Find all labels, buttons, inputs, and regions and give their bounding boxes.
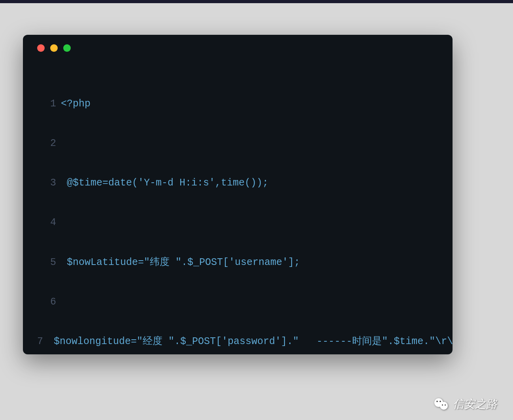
code-line: 2 bbox=[37, 137, 438, 150]
svg-point-4 bbox=[442, 405, 443, 406]
line-number: 2 bbox=[37, 137, 56, 150]
code-line: 1<?php bbox=[37, 97, 438, 110]
line-number: 3 bbox=[37, 176, 56, 189]
code-line: 3 @$time=date('Y-m-d H:i:s',time()); bbox=[37, 176, 438, 189]
window-controls bbox=[23, 35, 453, 52]
watermark-text: 信安之路 bbox=[453, 397, 497, 412]
watermark: 信安之路 bbox=[433, 396, 497, 412]
code-line: 6 bbox=[37, 295, 438, 308]
svg-point-5 bbox=[445, 405, 446, 406]
line-number: 1 bbox=[37, 97, 56, 110]
wechat-icon bbox=[433, 396, 449, 412]
code-area: 1<?php 2 3 @$time=date('Y-m-d H:i:s',tim… bbox=[23, 52, 453, 354]
line-content: $nowlongitude="经度 ".$_POST['password']."… bbox=[48, 335, 453, 348]
close-icon[interactable] bbox=[37, 44, 45, 52]
code-line: 7 $nowlongitude="经度 ".$_POST['password']… bbox=[37, 335, 438, 348]
line-number: 4 bbox=[37, 216, 56, 229]
top-bar bbox=[0, 0, 513, 3]
line-number: 6 bbox=[37, 295, 56, 308]
minimize-icon[interactable] bbox=[50, 44, 58, 52]
line-content: $nowLatitude="纬度 ".$_POST['username']; bbox=[61, 256, 300, 269]
svg-point-3 bbox=[439, 401, 441, 402]
maximize-icon[interactable] bbox=[63, 44, 71, 52]
svg-point-2 bbox=[436, 401, 438, 402]
svg-point-1 bbox=[440, 402, 448, 410]
code-line: 4 bbox=[37, 216, 438, 229]
line-content: @$time=date('Y-m-d H:i:s',time()); bbox=[61, 176, 268, 189]
line-number: 7 bbox=[37, 335, 43, 348]
line-number: 5 bbox=[37, 256, 56, 269]
line-content: <?php bbox=[61, 97, 91, 110]
code-line: 5 $nowLatitude="纬度 ".$_POST['username']; bbox=[37, 256, 438, 269]
code-window: 1<?php 2 3 @$time=date('Y-m-d H:i:s',tim… bbox=[23, 35, 453, 354]
